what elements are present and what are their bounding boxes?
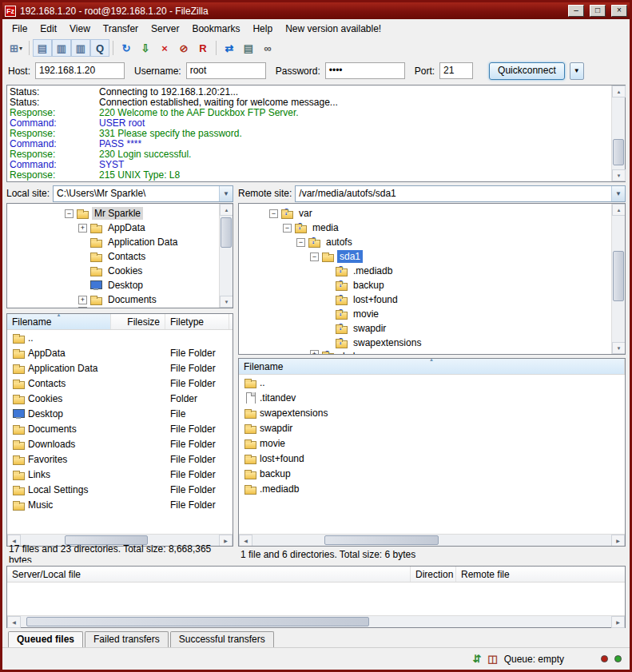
speed-limits-icon[interactable]: ⇵ [472, 653, 481, 665]
queue-horizontal-scrollbar[interactable]: ◀ ▶ [7, 615, 625, 627]
quickconnect-button[interactable]: Quickconnect [489, 62, 565, 80]
chevron-down-icon[interactable]: ▼ [611, 186, 625, 201]
find-files-button[interactable]: ∞ [258, 39, 277, 57]
scrollbar-track[interactable] [612, 216, 625, 342]
local-file-row-application-data[interactable]: Application DataFile Folder [7, 360, 233, 376]
column-header-filesize[interactable]: Filesize [111, 314, 165, 329]
scroll-down-button[interactable]: ▼ [220, 296, 233, 308]
remote-tree-item-swapdir[interactable]: ?swapdir [239, 321, 611, 336]
reconnect-button[interactable]: R [193, 39, 213, 57]
remote-tree-item-mediadb[interactable]: ?.mediadb [239, 264, 611, 278]
toggle-remote-tree-button[interactable]: ▥ [71, 39, 90, 57]
scrollbar-thumb[interactable] [65, 535, 148, 545]
local-tree-item-cookies[interactable]: Cookies [7, 264, 219, 278]
cancel-button[interactable]: × [155, 39, 174, 57]
password-input[interactable]: •••• [325, 62, 405, 79]
local-file-row-[interactable]: .. [7, 330, 233, 345]
remote-tree-item-autofs[interactable]: −?autofs [239, 235, 611, 249]
scrollbar-track[interactable] [612, 97, 625, 169]
tab-queued-files[interactable]: Queued files [8, 631, 83, 647]
column-header-filename[interactable]: ▲ Filename [7, 314, 111, 329]
column-header-filetype[interactable]: Filetype [165, 314, 229, 329]
menu-item-server[interactable]: Server [145, 21, 185, 37]
menu-item-view[interactable]: View [63, 21, 97, 37]
remote-list-horizontal-scrollbar[interactable]: ◀ ▶ [239, 534, 625, 546]
port-input[interactable]: 21 [439, 62, 473, 79]
local-file-row-cookies[interactable]: CookiesFolder [7, 391, 233, 406]
remote-file-row-lost-found[interactable]: lost+found [239, 451, 625, 466]
chevron-down-icon[interactable]: ▼ [219, 186, 233, 201]
collapse-icon[interactable]: − [310, 252, 319, 261]
local-tree-item-documents[interactable]: +Documents [7, 292, 219, 307]
scrollbar-thumb[interactable] [26, 617, 369, 626]
scrollbar-track[interactable] [220, 216, 233, 296]
title-bar[interactable]: Fz 192.168.1.20 - root@192.168.1.20 - Fi… [2, 2, 630, 19]
remote-tree-item-media[interactable]: −?media [239, 221, 611, 235]
expand-icon[interactable]: + [310, 350, 319, 354]
disconnect-button[interactable]: ⊘ [174, 39, 193, 57]
expand-icon[interactable]: + [78, 296, 87, 304]
minimize-button[interactable]: – [568, 5, 584, 17]
local-list-horizontal-scrollbar[interactable]: ◀ ▶ [7, 534, 233, 546]
local-file-row-desktop[interactable]: DesktopFile [7, 406, 233, 421]
menu-item-new-version-available[interactable]: New version available! [279, 21, 388, 37]
scroll-left-button[interactable]: ◀ [239, 535, 252, 547]
local-tree-item-desktop[interactable]: Desktop [7, 278, 219, 292]
expand-icon[interactable]: + [78, 307, 87, 308]
remote-tree-item-sda1[interactable]: −sda1 [239, 249, 611, 264]
menu-item-bookmarks[interactable]: Bookmarks [185, 21, 246, 37]
menu-item-edit[interactable]: Edit [34, 21, 63, 37]
site-manager-button[interactable]: ⊞▾ [6, 39, 26, 57]
scroll-up-button[interactable]: ▲ [220, 204, 233, 216]
local-site-combobox[interactable]: C:\Users\Mr Sparkle\ ▼ [53, 185, 233, 202]
scrollbar-thumb[interactable] [613, 139, 624, 165]
directory-comparison-button[interactable]: ⇄ [220, 39, 239, 57]
remote-tree-item-backup[interactable]: ?backup [239, 278, 611, 292]
menu-item-transfer[interactable]: Transfer [97, 21, 145, 37]
remote-tree-item-dvd[interactable]: +?dvd [239, 350, 611, 354]
collapse-icon[interactable]: − [296, 238, 305, 247]
toggle-log-button[interactable]: ▤ [33, 39, 52, 57]
process-queue-button[interactable]: ⇩ [136, 39, 155, 57]
username-input[interactable]: root [186, 62, 266, 79]
remote-tree-item-var[interactable]: −?var [239, 206, 611, 221]
column-header-direction[interactable]: Direction [411, 567, 456, 582]
menu-item-help[interactable]: Help [246, 21, 279, 37]
scrollbar-track[interactable] [252, 535, 611, 546]
local-tree-item-downloads[interactable]: +Downloads [7, 307, 219, 308]
remote-tree-item-swapextensions[interactable]: ?swapextensions [239, 336, 611, 350]
local-tree-item-contacts[interactable]: Contacts [7, 249, 219, 264]
scrollbar-thumb[interactable] [221, 217, 232, 248]
local-file-row-favorites[interactable]: FavoritesFile Folder [7, 451, 233, 467]
scrollbar-track[interactable] [21, 535, 219, 546]
filter-button[interactable]: Q [90, 39, 109, 57]
column-header-remote-file[interactable]: Remote file [456, 567, 625, 582]
toggle-local-tree-button[interactable]: ▥ [52, 39, 71, 57]
directory-comparison-icon[interactable]: ◫ [487, 653, 497, 665]
scroll-left-button[interactable]: ◀ [7, 616, 21, 628]
menu-item-file[interactable]: File [6, 21, 34, 37]
remote-tree-vertical-scrollbar[interactable]: ▲ ▼ [611, 204, 625, 354]
collapse-icon[interactable]: − [283, 224, 292, 233]
scroll-right-button[interactable]: ▶ [611, 535, 625, 547]
synchronized-browsing-button[interactable]: ▤ [239, 39, 258, 57]
tab-successful-transfers[interactable]: Successful transfers [170, 631, 274, 647]
local-tree-item-mr-sparkle[interactable]: −Mr Sparkle [7, 206, 219, 221]
local-file-row-contacts[interactable]: ContactsFile Folder [7, 376, 233, 391]
collapse-icon[interactable]: − [269, 209, 278, 218]
local-file-row-documents[interactable]: DocumentsFile Folder [7, 421, 233, 436]
host-input[interactable]: 192.168.1.20 [35, 62, 125, 79]
remote-file-row-backup[interactable]: backup [239, 466, 625, 481]
remote-file-row-movie[interactable]: movie [239, 435, 625, 451]
remote-site-combobox[interactable]: /var/media/autofs/sda1 ▼ [295, 185, 626, 202]
scrollbar-thumb[interactable] [324, 535, 439, 545]
local-file-row-downloads[interactable]: DownloadsFile Folder [7, 436, 233, 451]
remote-file-row-swapdir[interactable]: swapdir [239, 420, 625, 435]
log-vertical-scrollbar[interactable]: ▲ ▼ [611, 85, 625, 181]
scroll-up-button[interactable]: ▲ [612, 204, 626, 216]
tab-failed-transfers[interactable]: Failed transfers [85, 631, 169, 647]
refresh-button[interactable]: ↻ [117, 39, 136, 57]
scroll-down-button[interactable]: ▼ [612, 169, 626, 181]
remote-file-row-titandev[interactable]: .titandev [239, 390, 625, 405]
expand-icon[interactable]: + [78, 224, 87, 233]
